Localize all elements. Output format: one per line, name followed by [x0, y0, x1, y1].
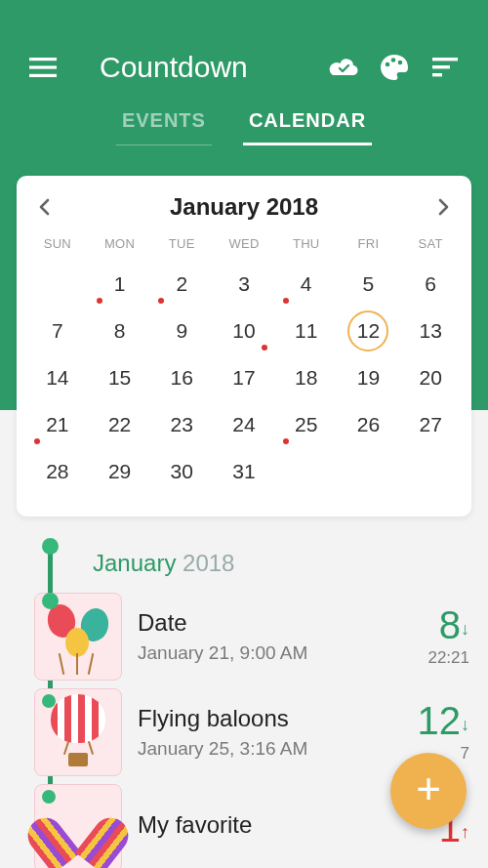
timeline-node — [42, 790, 56, 804]
event-title: Flying baloons — [138, 705, 374, 732]
cloud-sync-icon[interactable] — [318, 56, 369, 79]
calendar-dow: THU — [275, 230, 338, 261]
timeline-month-label: January 2018 — [93, 542, 471, 593]
calendar-month-label: January 2018 — [170, 193, 318, 221]
tab-events[interactable]: EVENTS — [116, 107, 212, 145]
add-event-fab[interactable]: + — [390, 753, 467, 829]
event-subtitle: January 25, 3:16 AM — [138, 738, 374, 760]
event-text: DateJanuary 21, 9:00 AM — [122, 609, 384, 664]
calendar-day[interactable]: 16 — [150, 354, 213, 401]
calendar-dow: TUE — [150, 230, 213, 261]
calendar-day[interactable]: 3 — [213, 261, 275, 308]
calendar-day[interactable]: 24 — [213, 401, 275, 448]
calendar-day[interactable]: 19 — [338, 354, 400, 401]
svg-rect-7 — [432, 65, 450, 68]
calendar-day — [399, 448, 462, 495]
calendar-day[interactable]: 17 — [213, 354, 275, 401]
calendar-day[interactable]: 29 — [89, 448, 151, 495]
sort-icon[interactable] — [420, 58, 470, 77]
calendar-day — [275, 448, 338, 495]
event-title: Date — [138, 609, 374, 637]
calendar-grid: SUNMONTUEWEDTHUFRISAT1234567891011121314… — [26, 230, 462, 495]
svg-rect-1 — [29, 65, 57, 68]
calendar-day[interactable]: 7 — [26, 308, 89, 354]
countdown-number: 8↓ — [384, 605, 469, 644]
timeline-node — [42, 593, 59, 609]
next-month-button[interactable] — [436, 198, 452, 216]
timeline-node — [42, 694, 56, 708]
calendar-day[interactable]: 20 — [399, 354, 462, 401]
calendar-day[interactable]: 10 — [213, 308, 275, 354]
calendar-day[interactable]: 30 — [150, 448, 213, 495]
calendar-day[interactable]: 13 — [399, 308, 462, 354]
calendar-day[interactable]: 11 — [275, 308, 338, 354]
palette-icon[interactable] — [369, 53, 420, 82]
calendar-day[interactable]: 5 — [338, 261, 400, 308]
tab-bar: EVENTS CALENDAR — [0, 107, 488, 164]
svg-point-3 — [386, 62, 390, 67]
calendar-dow: FRI — [338, 230, 400, 261]
prev-month-button[interactable] — [36, 198, 52, 216]
calendar-day[interactable]: 26 — [338, 401, 400, 448]
calendar-dow: WED — [213, 230, 275, 261]
calendar-day[interactable]: 31 — [213, 448, 275, 495]
timeline-year: 2018 — [183, 550, 234, 576]
calendar-day[interactable]: 8 — [89, 308, 151, 354]
calendar-day[interactable]: 25 — [275, 401, 338, 448]
calendar-day[interactable]: 6 — [399, 261, 462, 308]
svg-rect-0 — [29, 58, 57, 61]
calendar-header: January 2018 — [26, 193, 462, 230]
calendar-day[interactable]: 21 — [26, 401, 89, 448]
calendar-day — [338, 448, 400, 495]
event-subtitle: January 21, 9:00 AM — [138, 642, 374, 664]
calendar-day[interactable]: 2 — [150, 261, 213, 308]
event-countdown: 8↓22:21 — [384, 605, 471, 668]
svg-point-4 — [391, 58, 396, 62]
calendar-day[interactable]: 12 — [338, 308, 400, 354]
timeline-node — [42, 538, 59, 555]
calendar-card: January 2018 SUNMONTUEWEDTHUFRISAT123456… — [17, 176, 471, 517]
countdown-time: 22:21 — [384, 648, 469, 668]
svg-point-5 — [398, 61, 403, 65]
calendar-day[interactable]: 22 — [89, 401, 151, 448]
tab-calendar[interactable]: CALENDAR — [243, 107, 372, 145]
calendar-dow: MON — [89, 230, 151, 261]
svg-rect-2 — [29, 74, 57, 77]
app-bar-top: Countdown — [0, 0, 488, 107]
calendar-day — [26, 261, 89, 308]
event-title: My favorite — [138, 811, 374, 839]
svg-rect-8 — [432, 73, 442, 76]
calendar-day[interactable]: 9 — [150, 308, 213, 354]
calendar-dow: SUN — [26, 230, 89, 261]
svg-rect-6 — [432, 58, 458, 61]
plus-icon: + — [416, 767, 441, 810]
calendar-day[interactable]: 15 — [89, 354, 151, 401]
event-text: Flying baloonsJanuary 25, 3:16 AM — [122, 705, 384, 760]
calendar-dow: SAT — [399, 230, 462, 261]
calendar-day[interactable]: 14 — [26, 354, 89, 401]
timeline-month: January — [93, 550, 176, 576]
menu-icon[interactable] — [18, 57, 68, 78]
event-text: My favorite — [122, 811, 384, 845]
calendar-day[interactable]: 28 — [26, 448, 89, 495]
calendar-day[interactable]: 1 — [89, 261, 151, 308]
app-title: Countdown — [100, 51, 318, 84]
countdown-number: 12↓ — [384, 701, 469, 740]
calendar-day[interactable]: 27 — [399, 401, 462, 448]
calendar-day[interactable]: 23 — [150, 401, 213, 448]
calendar-day[interactable]: 4 — [275, 261, 338, 308]
event-row[interactable]: DateJanuary 21, 9:00 AM8↓22:21 — [34, 593, 471, 681]
calendar-day[interactable]: 18 — [275, 354, 338, 401]
